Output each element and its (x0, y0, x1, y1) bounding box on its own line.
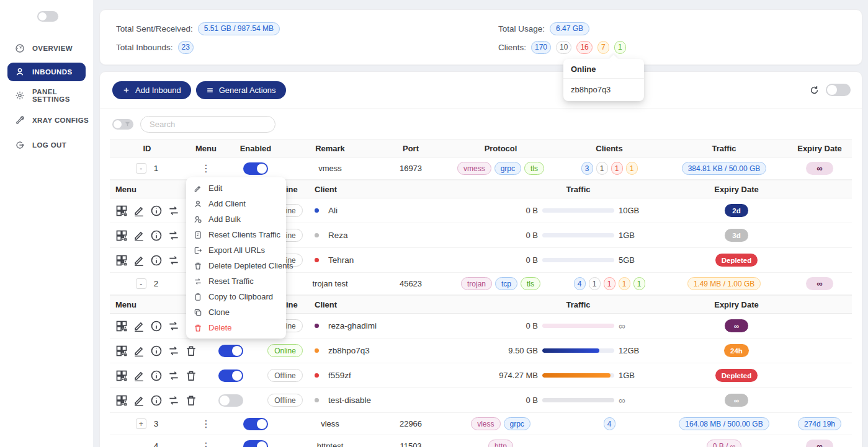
inbound-port: 22966 (377, 419, 445, 428)
add-inbound-label: Add Inbound (135, 86, 181, 95)
enabled-toggle[interactable] (243, 418, 268, 430)
inbound-remark: trojan test (284, 279, 377, 288)
client-enabled-toggle[interactable] (218, 345, 243, 357)
menu-item-delete-depleted-clients[interactable]: Delete Depleted Clients (186, 258, 286, 273)
info-icon[interactable] (150, 254, 163, 267)
expand-button[interactable]: + (136, 418, 146, 429)
info-icon[interactable] (150, 345, 163, 357)
edit-icon[interactable] (133, 205, 145, 217)
collapse-button[interactable]: - (136, 278, 146, 289)
clients-total-tag[interactable]: 170 (531, 41, 551, 54)
menu-item-add-client[interactable]: Add Client (186, 196, 286, 211)
reset-icon[interactable] (168, 254, 180, 267)
refresh-icon[interactable] (809, 85, 820, 95)
clients-online-tag[interactable]: 1 (614, 41, 626, 54)
add-inbound-button[interactable]: Add Inbound (112, 81, 191, 99)
reset-icon[interactable] (168, 345, 180, 357)
sidebar-item-logout[interactable]: LOG OUT (0, 135, 93, 156)
qr-code-icon[interactable] (115, 205, 128, 217)
sidebar-item-inbounds[interactable]: INBOUNDS (7, 63, 86, 81)
menu-item-clone[interactable]: Clone (186, 304, 286, 320)
filter-toggle[interactable] (112, 119, 133, 130)
header-expiry-date: Expiry Date (678, 300, 795, 309)
traffic-total: ∞ (619, 395, 678, 405)
header-remark: Remark (284, 144, 377, 153)
row-menu-button[interactable]: ⋮ (201, 419, 211, 429)
protocol-tag: vless (471, 417, 500, 430)
info-icon[interactable] (150, 229, 163, 242)
add-bulk-icon (194, 215, 202, 224)
total-usage-value: 6.47 GB (550, 22, 589, 35)
clients-count-tag: 4 (604, 417, 615, 430)
reset-icon[interactable] (168, 229, 180, 242)
sent-received-value: 5.51 GB / 987.54 MB (198, 22, 280, 35)
client-dot (315, 373, 319, 378)
row-menu-button[interactable]: ⋮ (201, 164, 211, 174)
client-dot (315, 208, 319, 213)
reset-icon[interactable] (168, 205, 180, 217)
total-usage-label: Total Usage: (498, 24, 545, 33)
edit-icon[interactable] (133, 229, 145, 242)
traffic-total: 1GB (619, 371, 678, 380)
copy-icon (194, 308, 202, 317)
edit-icon[interactable] (133, 320, 145, 332)
qr-code-icon[interactable] (115, 394, 128, 407)
reset-icon[interactable] (168, 370, 180, 382)
menu-item-export-all-urls[interactable]: Export All URLs (186, 242, 286, 258)
sidebar-item-overview[interactable]: OVERVIEW (0, 38, 93, 59)
menu-item-edit[interactable]: Edit (186, 180, 286, 196)
menu-item-reset-traffic[interactable]: Reset Traffic (186, 273, 286, 289)
clients-expiring-tag[interactable]: 7 (597, 41, 609, 54)
qr-code-icon[interactable] (115, 370, 128, 382)
client-enabled-toggle[interactable] (218, 394, 243, 407)
enabled-toggle[interactable] (243, 162, 268, 175)
clients-deactive-tag[interactable]: 10 (556, 41, 571, 54)
trash-icon[interactable] (185, 370, 197, 382)
general-actions-button[interactable]: General Actions (196, 81, 286, 99)
trash-icon[interactable] (185, 394, 197, 407)
menu-item-add-bulk[interactable]: Add Bulk (186, 211, 286, 227)
auto-refresh-toggle[interactable] (826, 84, 851, 96)
dashboard-icon (15, 43, 25, 53)
header-traffic: Traffic (662, 144, 786, 153)
swap-icon (194, 277, 202, 286)
edit-icon[interactable] (133, 370, 145, 382)
info-icon[interactable] (150, 320, 163, 332)
client-expiry-badge: Depleted (715, 369, 758, 382)
theme-toggle[interactable] (37, 11, 58, 22)
trash-icon[interactable] (185, 345, 197, 357)
edit-icon[interactable] (133, 254, 145, 267)
qr-code-icon[interactable] (115, 229, 128, 242)
menu-item-copy-to-clipboard[interactable]: Copy to Clipboard (186, 289, 286, 304)
info-icon[interactable] (150, 370, 163, 382)
edit-icon[interactable] (133, 394, 145, 407)
menu-item-delete[interactable]: Delete (186, 320, 286, 335)
qr-code-icon[interactable] (115, 320, 128, 332)
qr-code-icon[interactable] (115, 254, 128, 267)
sidebar-item-xray-configs[interactable]: XRAY CONFIGS (0, 110, 93, 131)
row-menu-button[interactable]: ⋮ (201, 441, 211, 447)
info-icon[interactable] (150, 205, 163, 217)
info-icon[interactable] (150, 394, 163, 407)
sidebar-nav: OVERVIEW INBOUNDS PANEL SETTINGS XRAY CO… (0, 38, 93, 156)
menu-lines-icon (206, 86, 214, 94)
search-input[interactable] (140, 116, 275, 133)
menu-item-reset-clients-traffic[interactable]: Reset Clients Traffic (186, 227, 286, 242)
collapse-button[interactable]: - (136, 163, 146, 174)
protocol-tag: vmess (457, 162, 491, 175)
inbound-row: 4 ⋮ httptest 11503 http 0 B / ∞ ∞ (110, 435, 852, 447)
sidebar-item-panel-settings[interactable]: PANEL SETTINGS (0, 85, 93, 106)
clients-depleted-tag[interactable]: 16 (576, 41, 592, 54)
traffic-bar (542, 324, 614, 328)
edit-icon[interactable] (133, 345, 145, 357)
qr-code-icon[interactable] (115, 345, 128, 357)
client-enabled-toggle[interactable] (218, 370, 243, 382)
client-name: Ali (328, 206, 338, 215)
inbound-id: 3 (154, 419, 159, 428)
reset-icon[interactable] (168, 394, 180, 407)
enabled-toggle[interactable] (243, 440, 268, 447)
reset-icon[interactable] (168, 320, 180, 332)
traffic-total: 1GB (619, 231, 678, 240)
plus-icon (122, 86, 130, 94)
expiry-tag: 274d 19h (798, 417, 841, 430)
